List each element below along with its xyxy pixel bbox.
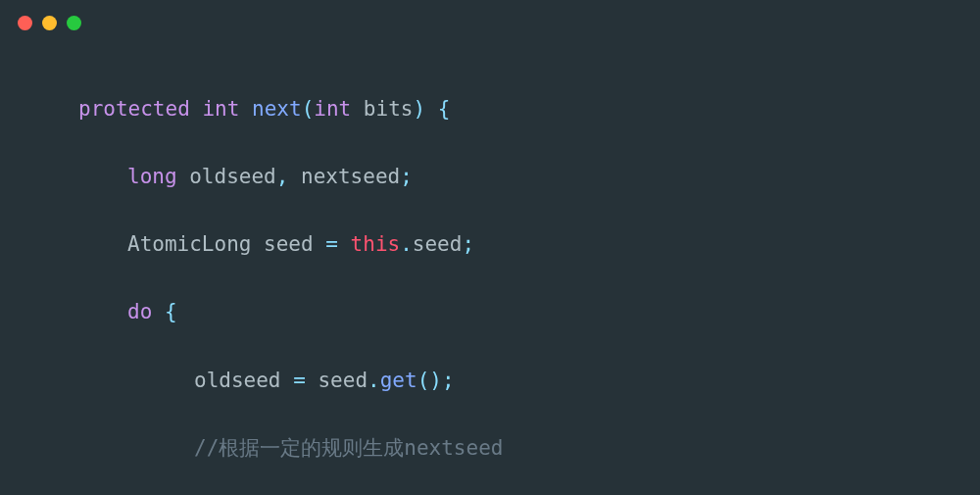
param: bits [351, 97, 413, 121]
punct: (); [417, 369, 455, 392]
comment: //根据一定的规则生成nextseed [194, 436, 503, 460]
function-name: next [252, 97, 302, 121]
var: seed [306, 369, 368, 392]
punct: = [325, 232, 338, 256]
window-titlebar [0, 0, 980, 38]
type: int [202, 97, 239, 121]
var: oldseed [194, 369, 293, 392]
class-name: AtomicLong [127, 232, 251, 256]
maximize-icon[interactable] [67, 16, 81, 30]
keyword: do [127, 300, 152, 323]
type: long [127, 165, 177, 188]
punct: , [276, 165, 289, 188]
code-line: //根据一定的规则生成nextseed [78, 431, 980, 466]
minimize-icon[interactable] [42, 16, 57, 30]
space [152, 300, 165, 323]
close-icon[interactable] [18, 16, 32, 30]
punct: ; [400, 165, 413, 188]
code-line: oldseed = seed.get(); [78, 364, 980, 398]
code-editor[interactable]: protected int next(int bits) { long olds… [0, 38, 980, 495]
var: oldseed [177, 165, 276, 188]
punct: . [368, 369, 380, 392]
code-line: protected int next(int bits) { [78, 92, 980, 126]
punct: . [400, 232, 413, 256]
keyword: protected [78, 97, 190, 121]
punct: ( [302, 97, 315, 121]
punct: ) [413, 97, 425, 121]
code-line: do { [78, 295, 980, 329]
method: get [380, 369, 417, 392]
punct: = [293, 369, 306, 392]
this-keyword: this [338, 232, 400, 256]
var: seed [251, 232, 325, 256]
type: int [314, 97, 351, 121]
code-line: long oldseed, nextseed; [78, 160, 980, 194]
punct: { [165, 300, 177, 323]
code-line: AtomicLong seed = this.seed; [78, 227, 980, 262]
var: nextseed [288, 165, 400, 188]
prop: seed [413, 232, 463, 256]
punct: { [425, 97, 450, 121]
punct: ; [462, 232, 474, 256]
